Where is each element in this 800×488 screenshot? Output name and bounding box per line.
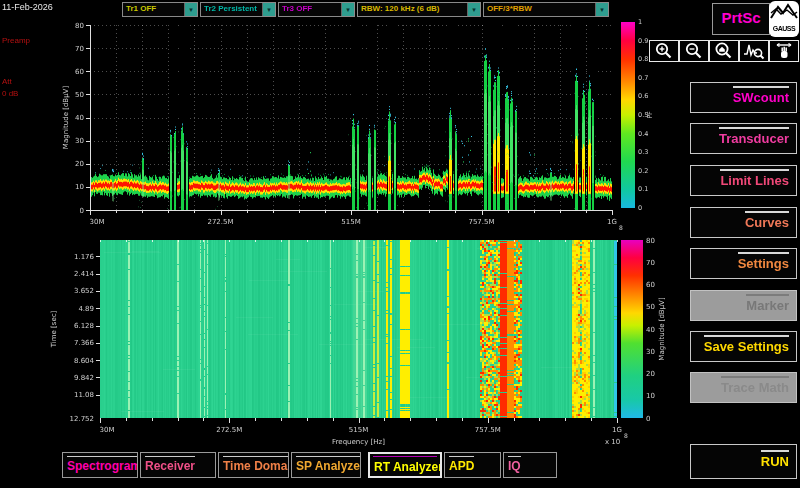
step-mode-dropdown[interactable]: OFF/3*RBW ▾ bbox=[483, 2, 609, 17]
attenuation-value: 0 dB bbox=[2, 89, 18, 98]
tab-time-domain-label: Time Domain bbox=[223, 456, 289, 473]
preamp-status-label: Preamp bbox=[2, 36, 30, 45]
settings-label: Settings bbox=[738, 252, 789, 271]
swcount-label: SWcount bbox=[733, 86, 789, 105]
rbw-dropdown[interactable]: RBW: 120 kHz (6 dB) ▾ bbox=[357, 2, 481, 17]
tab-rt-analyzer[interactable]: RT Analyzer bbox=[368, 452, 442, 478]
settings-button[interactable]: Settings bbox=[690, 248, 797, 279]
chevron-down-icon: ▾ bbox=[467, 3, 480, 16]
spectrogram-plot[interactable] bbox=[40, 230, 670, 460]
zoom-reset-button[interactable] bbox=[709, 40, 739, 62]
pan-button[interactable] bbox=[769, 40, 799, 62]
trace3-value: Tr3 OFF bbox=[282, 3, 312, 15]
persistence-spectrum-plot[interactable] bbox=[40, 10, 670, 235]
save-settings-button[interactable]: Save Settings bbox=[690, 331, 797, 362]
trace2-value: Tr2 Persistent bbox=[204, 3, 257, 15]
chevron-down-icon: ▾ bbox=[262, 3, 275, 16]
tab-receiver-label: Receiver bbox=[145, 456, 195, 473]
tab-iq-label: IQ bbox=[508, 456, 521, 473]
tab-iq[interactable]: IQ bbox=[503, 452, 557, 478]
date-label: 11-Feb-2026 bbox=[2, 2, 53, 12]
zoom-signal-icon bbox=[743, 42, 765, 60]
print-screen-button[interactable]: PrtSc bbox=[712, 3, 770, 35]
app-window: 11-Feb-2026 Preamp Att 0 dB Tr1 OFF ▾ Tr… bbox=[0, 0, 800, 488]
marker-button: Marker bbox=[690, 290, 797, 321]
logo-text: GAUSS bbox=[769, 25, 799, 32]
transducer-button[interactable]: Transducer bbox=[690, 123, 797, 154]
run-button[interactable]: RUN bbox=[690, 444, 797, 479]
trace-math-button: Trace Math bbox=[690, 372, 797, 403]
tab-receiver[interactable]: Receiver bbox=[140, 452, 216, 478]
tab-spectrogram[interactable]: Spectrogram bbox=[62, 452, 138, 478]
run-label: RUN bbox=[761, 450, 789, 469]
trace1-value: Tr1 OFF bbox=[126, 3, 156, 15]
tab-sp-analyzer-label: SP Analyzer bbox=[296, 456, 361, 473]
swcount-button[interactable]: SWcount bbox=[690, 82, 797, 113]
tab-sp-analyzer[interactable]: SP Analyzer bbox=[291, 452, 361, 478]
marker-label: Marker bbox=[746, 294, 789, 313]
curves-label: Curves bbox=[745, 211, 789, 230]
tab-time-domain[interactable]: Time Domain bbox=[218, 452, 289, 478]
zoom-in-button[interactable] bbox=[649, 40, 679, 62]
zoom-out-icon bbox=[684, 42, 704, 60]
step-mode-value: OFF/3*RBW bbox=[487, 3, 532, 15]
chevron-down-icon: ▾ bbox=[184, 3, 197, 16]
save-settings-label: Save Settings bbox=[704, 335, 789, 354]
mountains-icon bbox=[770, 1, 798, 23]
transducer-label: Transducer bbox=[719, 127, 789, 146]
zoom-out-button[interactable] bbox=[679, 40, 709, 62]
pan-hand-icon bbox=[774, 42, 794, 60]
zoom-home-icon bbox=[714, 42, 734, 60]
zoom-signal-button[interactable] bbox=[739, 40, 769, 62]
limit-lines-button[interactable]: Limit Lines bbox=[690, 165, 797, 196]
trace-math-label: Trace Math bbox=[721, 376, 789, 395]
tab-rt-analyzer-label: RT Analyzer bbox=[374, 458, 442, 474]
trace1-dropdown[interactable]: Tr1 OFF ▾ bbox=[122, 2, 198, 17]
trace3-dropdown[interactable]: Tr3 OFF ▾ bbox=[278, 2, 355, 17]
tab-accent-line bbox=[373, 456, 437, 457]
tab-apd[interactable]: APD bbox=[444, 452, 501, 478]
rbw-value: RBW: 120 kHz (6 dB) bbox=[361, 3, 440, 15]
gauss-logo: GAUSS bbox=[769, 1, 799, 37]
chevron-down-icon: ▾ bbox=[595, 3, 608, 16]
tab-spectrogram-label: Spectrogram bbox=[67, 456, 138, 473]
trace2-dropdown[interactable]: Tr2 Persistent ▾ bbox=[200, 2, 276, 17]
curves-button[interactable]: Curves bbox=[690, 207, 797, 238]
chevron-down-icon: ▾ bbox=[341, 3, 354, 16]
tab-apd-label: APD bbox=[449, 456, 474, 473]
zoom-in-icon bbox=[654, 42, 674, 60]
attenuation-label: Att bbox=[2, 77, 12, 86]
limit-lines-label: Limit Lines bbox=[720, 169, 789, 188]
